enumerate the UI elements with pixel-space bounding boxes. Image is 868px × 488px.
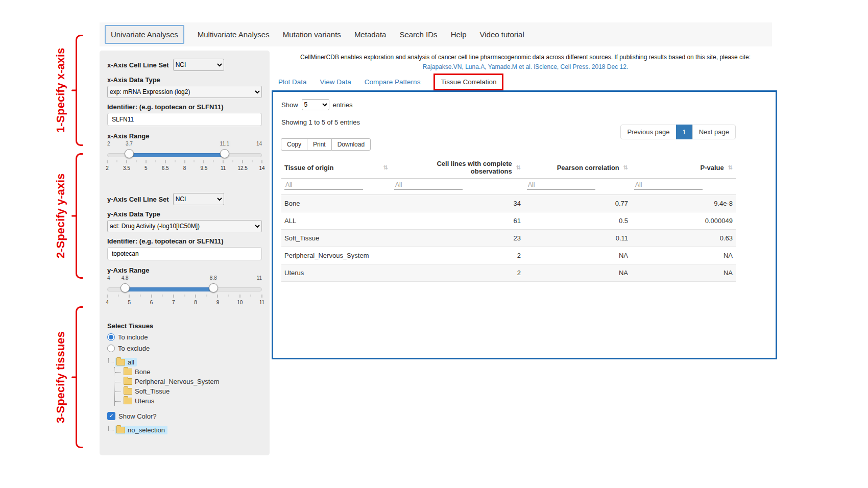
bracket-nub	[71, 377, 77, 378]
copy-button[interactable]: Copy	[281, 138, 307, 151]
bracket-nub	[71, 215, 77, 217]
citation-link[interactable]: Rajapakse.VN, Luna.A, Yamade.M et al. iS…	[276, 62, 775, 72]
nav-tab-metadata[interactable]: Metadata	[354, 30, 387, 39]
column-header-p-value[interactable]: P-value⇅	[631, 157, 736, 179]
cell-p-value: NA	[631, 264, 736, 282]
slider-active-bar	[125, 287, 214, 291]
tree-node-soft-tissue[interactable]: Soft_Tissue	[122, 386, 262, 396]
cell-tissue-of-origin: Peripheral_Nervous_System	[281, 247, 391, 264]
previous-page-button[interactable]: Previous page	[620, 125, 676, 139]
slider-tick	[196, 295, 196, 298]
folder-icon	[124, 388, 132, 395]
column-header-tissue-of-origin[interactable]: Tissue of origin⇅	[281, 157, 391, 179]
slider-tick	[262, 160, 262, 163]
radio-to-include[interactable]: To include	[107, 333, 262, 341]
x-identifier-input[interactable]	[107, 113, 262, 126]
folder-icon	[116, 427, 125, 433]
slider-tick	[262, 295, 262, 298]
download-button[interactable]: Download	[331, 138, 371, 151]
slider-minor-tick	[118, 295, 118, 297]
nav-tab-video-tutorial[interactable]: Video tutorial	[479, 30, 524, 39]
slider-tick-label: 9	[216, 300, 220, 305]
sort-icon[interactable]: ⇅	[728, 164, 733, 171]
sort-icon[interactable]: ⇅	[623, 164, 628, 171]
slider-tick-label: 11	[259, 300, 264, 305]
tree-node-no-selection[interactable]: no_selection	[107, 425, 262, 435]
tree-connector	[108, 426, 113, 431]
nav-tab-search-ids[interactable]: Search IDs	[399, 30, 437, 39]
citation-text: CellMinerCDB enables exploration and ana…	[276, 53, 775, 62]
nav-tab-univariate-analyses[interactable]: Univariate Analyses	[105, 25, 184, 44]
y-identifier-input[interactable]	[107, 247, 262, 260]
radio-to-include-label: To include	[118, 333, 148, 341]
slider-tick-label: 5	[144, 165, 148, 171]
column-header-label: Tissue of origin	[284, 164, 334, 172]
top-nav: Univariate AnalysesMultivariate Analyses…	[100, 22, 772, 46]
filter-input-cell-lines-with-complete-observations[interactable]	[394, 180, 463, 190]
nav-tab-multivariate-analyses[interactable]: Multivariate Analyses	[198, 30, 270, 39]
table-row[interactable]: Uterus2NANA	[281, 264, 736, 282]
table-row[interactable]: Bone340.779.4e-8	[281, 195, 736, 212]
slider-handle-to[interactable]	[209, 283, 218, 292]
slider-minor-tick	[175, 160, 175, 162]
cell-p-value: NA	[631, 247, 736, 264]
nav-tab-mutation-variants[interactable]: Mutation variants	[283, 30, 341, 39]
table-filter-row	[281, 179, 736, 195]
show-color-checkbox-row[interactable]: Show Color?	[107, 412, 262, 420]
cell-pearson-correlation: 0.5	[524, 212, 631, 230]
cell-tissue-of-origin: Uterus	[281, 264, 391, 282]
page-number-button[interactable]: 1	[676, 125, 693, 139]
x-axis-range-slider[interactable]: 2143.711.123.556.589.51112.514	[107, 141, 262, 178]
sort-icon[interactable]: ⇅	[383, 164, 388, 171]
selection-tree: no_selection	[107, 425, 262, 435]
slider-handle-from[interactable]	[120, 283, 130, 292]
slider-tick-label: 6.5	[162, 165, 169, 171]
tab-tissue-correlation[interactable]: Tissue Correlation	[433, 74, 503, 90]
tree-node-peripheral-nervous-system[interactable]: Peripheral_Nervous_System	[122, 377, 262, 386]
radio-to-exclude[interactable]: To exclude	[107, 345, 262, 352]
slider-tick-label: 5	[128, 300, 131, 305]
cell-p-value: 0.63	[631, 230, 736, 247]
tree-node-all[interactable]: all	[107, 357, 262, 367]
slider-max-label: 11	[257, 275, 262, 281]
tab-compare-patterns[interactable]: Compare Patterns	[365, 78, 421, 86]
table-row[interactable]: Soft_Tissue230.110.63	[281, 230, 736, 247]
tree-node-bone[interactable]: Bone	[122, 367, 262, 377]
filter-input-tissue-of-origin[interactable]	[284, 180, 363, 190]
page-length-select[interactable]: 5	[302, 99, 329, 110]
slider-min-label: 4	[107, 275, 110, 281]
slider-handle-to[interactable]	[220, 149, 229, 158]
main-tabs: Plot DataView DataCompare PatternsTissue…	[278, 72, 503, 91]
tree-node-uterus[interactable]: Uterus	[122, 396, 262, 406]
slider-minor-tick	[136, 160, 136, 162]
slider-minor-tick	[213, 160, 214, 162]
y-axis-range-slider[interactable]: 4114.88.84567891011	[107, 275, 262, 312]
column-header-cell-lines-with-complete-observations[interactable]: Cell lines with complete observations⇅	[391, 157, 524, 179]
y-cell-line-set-select[interactable]: NCI	[173, 193, 224, 205]
table-row[interactable]: Peripheral_Nervous_System2NANA	[281, 247, 736, 264]
slider-tick-label: 6	[150, 300, 153, 305]
column-header-pearson-correlation[interactable]: Pearson correlation⇅	[524, 157, 631, 179]
x-data-type-select[interactable]: exp: mRNA Expression (log2)	[107, 86, 262, 98]
y-cell-line-set-label: y-Axis Cell Line Set	[107, 196, 169, 203]
slider-handle-from[interactable]	[125, 149, 134, 158]
next-page-button[interactable]: Next page	[692, 125, 736, 139]
pagination: Previous page 1 Next page	[621, 125, 736, 139]
cell-pearson-correlation: 0.11	[524, 230, 631, 247]
annotation-bracket-x-axis	[76, 35, 83, 146]
x-cell-line-set-select[interactable]: NCI	[173, 59, 224, 71]
cell-cell-lines-with-complete-observations: 23	[391, 230, 524, 247]
tab-view-data[interactable]: View Data	[320, 78, 351, 86]
folder-icon	[116, 359, 125, 365]
y-data-type-select[interactable]: act: Drug Activity (-log10[IC50M])	[107, 220, 262, 232]
slider-to-value: 8.8	[209, 275, 218, 281]
sort-icon[interactable]: ⇅	[516, 164, 521, 171]
filter-input-p-value[interactable]	[634, 180, 703, 190]
table-row[interactable]: ALL610.50.000049	[281, 212, 736, 230]
y-data-type-label: y-Axis Data Type	[107, 210, 262, 218]
nav-tab-help[interactable]: Help	[451, 30, 467, 39]
slider-tick	[223, 160, 224, 163]
print-button[interactable]: Print	[307, 138, 332, 151]
filter-input-pearson-correlation[interactable]	[527, 180, 595, 190]
tab-plot-data[interactable]: Plot Data	[278, 78, 307, 86]
